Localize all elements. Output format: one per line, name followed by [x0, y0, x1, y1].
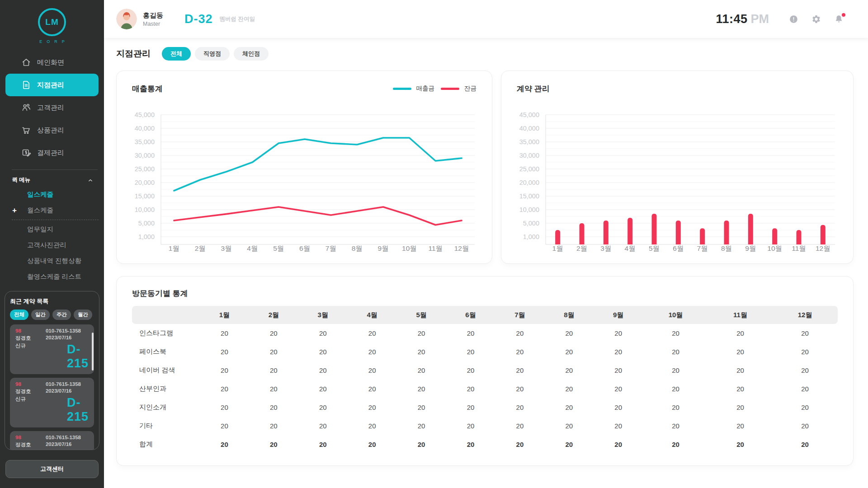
table-row: 기타202020202020202020202020 [132, 417, 838, 435]
customer-center-button[interactable]: 고객센터 [5, 460, 99, 478]
membership-dday: D-32 [184, 12, 213, 26]
quick-menu-item[interactable]: 상품내역 진행상황 [0, 253, 104, 269]
svg-text:45,000: 45,000 [135, 111, 155, 118]
value-cell: 20 [495, 398, 544, 417]
value-cell: 20 [495, 417, 544, 435]
quick-menu-item-label: 업무일지 [27, 225, 53, 234]
contract-phone: 010-7615-1358 [46, 328, 89, 333]
value-cell: 20 [544, 398, 594, 417]
quick-menu-item[interactable]: +월스케줄 [0, 202, 104, 218]
value-cell: 20 [397, 417, 446, 435]
chevron-up-icon[interactable] [87, 177, 94, 184]
svg-text:25,000: 25,000 [135, 165, 155, 173]
svg-text:2월: 2월 [195, 244, 206, 252]
user-name: 홍길동 [143, 11, 163, 20]
svg-text:8월: 8월 [352, 244, 363, 252]
month-header: 7월 [495, 306, 544, 324]
alert-icon[interactable] [789, 14, 798, 24]
value-cell: 20 [708, 417, 772, 435]
document-icon [21, 80, 32, 90]
svg-text:10월: 10월 [767, 244, 782, 252]
quick-menu-item[interactable]: 촬영스케줄 리스트 [0, 269, 104, 285]
month-header: 4월 [348, 306, 397, 324]
title-row: 지점관리 전체직영점체인점 [116, 47, 854, 61]
people-icon [21, 102, 32, 113]
svg-text:20,000: 20,000 [135, 179, 155, 186]
contracts-bar-chart: 45,00040,00035,00030,00025,00020,00015,0… [517, 95, 838, 253]
value-cell: 20 [397, 398, 446, 417]
sidebar-item-home[interactable]: 메인화면 [5, 51, 99, 74]
settings-icon[interactable] [811, 14, 821, 24]
contract-dday: D-215 [67, 449, 89, 450]
month-header: 6월 [446, 306, 495, 324]
quick-menu-item[interactable]: 일스케줄 [0, 187, 104, 202]
contracts-chart-title: 계약 관리 [517, 84, 550, 94]
filter-chip[interactable]: 주간 [52, 310, 71, 320]
avatar[interactable] [116, 9, 137, 29]
svg-text:35,000: 35,000 [519, 138, 539, 145]
contract-card[interactable]: 98010-7615-1358정경호2023/07/16신규D-215 [10, 378, 94, 427]
row-label: 페이스북 [132, 343, 200, 361]
row-label: 네이버 검색 [132, 361, 200, 380]
sidebar-item-document[interactable]: 지점관리 [5, 74, 99, 96]
logo-subtext: EORP [0, 39, 104, 44]
bar [652, 214, 657, 244]
tab-직영점[interactable]: 직영점 [195, 47, 230, 61]
value-cell: 20 [249, 324, 298, 343]
svg-text:4월: 4월 [247, 244, 258, 252]
sidebar-item-payment[interactable]: 결제관리 [5, 141, 99, 164]
contract-card[interactable]: 98010-7615-1358정경호2023/07/16신규D-215 [10, 431, 94, 450]
value-cell: 20 [544, 343, 594, 361]
month-header: 11월 [708, 306, 772, 324]
bar [797, 230, 802, 244]
sidebar-item-people[interactable]: 고객관리 [5, 96, 99, 119]
svg-text:4월: 4월 [625, 244, 636, 252]
filter-chip[interactable]: 전체 [10, 310, 28, 320]
svg-text:9월: 9월 [378, 244, 389, 252]
contract-card[interactable]: 98010-7615-1358정경호2023/07/16신규D-215 [10, 324, 94, 374]
svg-text:5월: 5월 [273, 244, 284, 252]
plus-icon[interactable]: + [12, 206, 17, 215]
quick-menu-header[interactable]: 퀵 메뉴 [12, 176, 94, 184]
value-cell: 20 [594, 324, 643, 343]
tab-전체[interactable]: 전체 [162, 47, 191, 61]
tab-체인점[interactable]: 체인점 [234, 47, 269, 61]
value-cell: 20 [200, 324, 249, 343]
value-cell: 20 [772, 361, 838, 380]
filter-chip[interactable]: 월간 [74, 310, 92, 320]
value-cell: 20 [200, 380, 249, 398]
notification-dot [842, 13, 845, 17]
svg-text:12월: 12월 [454, 244, 469, 252]
value-cell: 20 [446, 343, 495, 361]
bar [700, 228, 705, 244]
scrollbar-thumb[interactable] [92, 333, 94, 371]
svg-text:11월: 11월 [792, 244, 806, 252]
cart-icon [21, 125, 32, 136]
table-header-row: 1월2월3월4월5월6월7월8월9월10월11월12월 [132, 306, 838, 324]
row-label: 산부인과 [132, 380, 200, 398]
value-cell: 20 [446, 417, 495, 435]
legend-swatch [393, 88, 411, 90]
value-cell: 20 [397, 324, 446, 343]
quick-menu-item-label: 고객사진관리 [27, 241, 66, 249]
value-cell: 20 [594, 380, 643, 398]
value-cell: 20 [348, 361, 397, 380]
value-cell: 20 [298, 324, 348, 343]
value-cell: 20 [708, 435, 772, 454]
value-cell: 20 [643, 435, 708, 454]
svg-text:7월: 7월 [697, 244, 708, 252]
quick-menu-item[interactable]: 고객사진관리 [0, 237, 104, 253]
sidebar-item-cart[interactable]: 상품관리 [5, 119, 99, 141]
value-cell: 20 [397, 343, 446, 361]
filter-chip[interactable]: 일간 [31, 310, 50, 320]
svg-text:3월: 3월 [221, 244, 232, 252]
visit-table-body: 인스타그램202020202020202020202020페이스북2020202… [132, 324, 838, 454]
quick-menu-item[interactable]: 업무일지 [0, 221, 104, 237]
value-cell: 20 [495, 324, 544, 343]
svg-text:1월: 1월 [552, 244, 563, 252]
contract-badge: 98 [15, 381, 46, 387]
notification-icon[interactable] [834, 14, 844, 24]
month-header: 10월 [643, 306, 708, 324]
bar [748, 214, 753, 244]
value-cell: 20 [772, 417, 838, 435]
